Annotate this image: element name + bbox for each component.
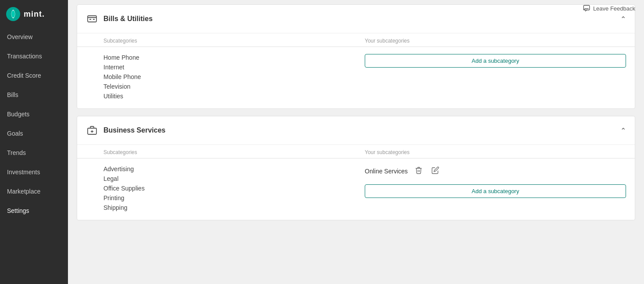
mint-wordmark: mint. bbox=[24, 10, 45, 19]
mint-logo-icon bbox=[6, 7, 20, 21]
business-services-add-subcategory-button[interactable]: Add a subcategory bbox=[365, 184, 626, 198]
bills-utilities-subcategory-list: Home Phone Internet Mobile Phone Televis… bbox=[103, 54, 365, 100]
bills-utilities-body: Home Phone Internet Mobile Phone Televis… bbox=[77, 47, 635, 108]
sidebar-item-investments[interactable]: Investments bbox=[0, 162, 68, 182]
pencil-icon bbox=[431, 166, 439, 174]
sidebar-nav: Overview Transactions Credit Score Bills… bbox=[0, 27, 68, 284]
bills-utilities-col1-header: Subcategories bbox=[103, 38, 365, 44]
sidebar-item-goals[interactable]: Goals bbox=[0, 124, 68, 143]
business-services-your-subcategories: Online Services bbox=[365, 165, 626, 211]
feedback-icon bbox=[583, 4, 591, 12]
list-item: Utilities bbox=[103, 93, 365, 100]
bills-utilities-your-subcategories: Add a subcategory bbox=[365, 54, 626, 100]
sidebar: mint. Overview Transactions Credit Score… bbox=[0, 0, 68, 284]
bills-utilities-header-left: Bills & Utilities bbox=[86, 13, 153, 25]
list-item: Home Phone bbox=[103, 54, 365, 61]
business-services-chevron: ⌃ bbox=[620, 126, 626, 135]
list-item: Advertising bbox=[103, 165, 365, 173]
business-services-table: Subcategories Your subcategories Adverti… bbox=[77, 145, 635, 220]
list-item: Internet bbox=[103, 64, 365, 71]
business-services-col2-header: Your subcategories bbox=[365, 149, 626, 155]
bills-utilities-header-row: Subcategories Your subcategories bbox=[77, 33, 635, 47]
bills-utilities-icon bbox=[86, 13, 98, 25]
edit-subcategory-button[interactable] bbox=[430, 165, 441, 176]
main-content: Leave Feedback Bills & Utilities bbox=[68, 0, 644, 284]
bills-utilities-col2-header: Your subcategories bbox=[365, 38, 626, 44]
svg-rect-3 bbox=[88, 16, 96, 22]
feedback-label: Leave Feedback bbox=[593, 5, 635, 12]
sidebar-item-budgets[interactable]: Budgets bbox=[0, 104, 68, 124]
topbar: Leave Feedback bbox=[574, 0, 644, 17]
bills-utilities-add-subcategory-button[interactable]: Add a subcategory bbox=[365, 54, 626, 68]
sidebar-item-settings[interactable]: Settings bbox=[0, 201, 68, 220]
sidebar-item-transactions[interactable]: Transactions bbox=[0, 47, 68, 66]
bills-utilities-header[interactable]: Bills & Utilities ⌃ bbox=[77, 5, 635, 33]
sidebar-item-overview[interactable]: Overview bbox=[0, 27, 68, 47]
sidebar-item-marketplace[interactable]: Marketplace bbox=[0, 182, 68, 201]
delete-subcategory-button[interactable] bbox=[413, 165, 424, 176]
bills-utilities-title: Bills & Utilities bbox=[103, 15, 153, 23]
your-subcategory-name: Online Services bbox=[365, 168, 408, 175]
business-services-icon bbox=[86, 124, 98, 137]
business-services-header-left: Business Services bbox=[86, 124, 165, 137]
bills-utilities-table: Subcategories Your subcategories Home Ph… bbox=[77, 33, 635, 108]
sidebar-item-credit-score[interactable]: Credit Score bbox=[0, 66, 68, 85]
list-item: Shipping bbox=[103, 204, 365, 211]
business-services-header[interactable]: Business Services ⌃ bbox=[77, 116, 635, 145]
business-services-col1-header: Subcategories bbox=[103, 149, 365, 155]
svg-point-1 bbox=[11, 11, 15, 18]
sections-container: Bills & Utilities ⌃ Subcategories Your s… bbox=[68, 4, 644, 236]
business-services-subcategory-list: Advertising Legal Office Supplies Printi… bbox=[103, 165, 365, 211]
list-item: Office Supplies bbox=[103, 185, 365, 192]
your-subcategory-entry: Online Services bbox=[365, 165, 626, 176]
business-services-section: Business Services ⌃ Subcategories Your s… bbox=[77, 116, 635, 220]
business-services-title: Business Services bbox=[103, 126, 165, 134]
bills-utilities-section: Bills & Utilities ⌃ Subcategories Your s… bbox=[77, 4, 635, 109]
sidebar-item-bills[interactable]: Bills bbox=[0, 85, 68, 104]
business-services-body: Advertising Legal Office Supplies Printi… bbox=[77, 158, 635, 220]
list-item: Mobile Phone bbox=[103, 73, 365, 80]
business-services-header-row: Subcategories Your subcategories bbox=[77, 145, 635, 158]
list-item: Legal bbox=[103, 175, 365, 182]
logo: mint. bbox=[0, 0, 68, 27]
leave-feedback-button[interactable]: Leave Feedback bbox=[583, 4, 635, 12]
sidebar-item-trends[interactable]: Trends bbox=[0, 143, 68, 162]
list-item: Printing bbox=[103, 194, 365, 201]
trash-icon bbox=[415, 166, 423, 174]
list-item: Television bbox=[103, 83, 365, 90]
